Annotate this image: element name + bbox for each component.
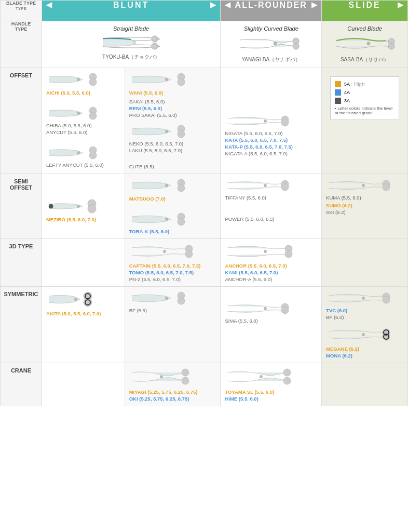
svg-point-70 <box>182 369 189 376</box>
captain-scissor <box>129 243 197 260</box>
nigata-name: NIGATA (5.5, 6.0, 6.5, 7.0) <box>225 130 317 136</box>
slide-header: SLIDE <box>322 1 408 21</box>
svg-point-16 <box>77 112 79 115</box>
beni-name: BENI (5.5, 6.0) <box>129 105 216 111</box>
miyagi-name: MIYAGI (5.25, 5.75, 6.25, 6.75) <box>129 389 216 395</box>
megane-scissor <box>326 326 393 343</box>
svg-point-32 <box>77 205 79 208</box>
svg-point-21 <box>178 78 185 86</box>
svg-point-28 <box>264 120 267 123</box>
anycut-name: ANYCUT (5.5, 6.0) <box>46 129 120 135</box>
chiba-scissor <box>46 106 108 121</box>
svg-point-44 <box>362 184 365 187</box>
anchor-name: ANCHOR (5.5, 6.0, 6.5, 7.0) <box>225 263 317 269</box>
semi-offset-slide-col: KUMA (5.5, 6.0) SUMO (6.2) SKI (6.2) <box>322 174 408 239</box>
svg-point-35 <box>165 184 168 187</box>
svg-point-22 <box>165 78 168 81</box>
3dtype-blunt-col1 <box>42 239 125 287</box>
svg-point-72 <box>160 376 162 378</box>
svg-point-46 <box>185 250 193 258</box>
oki-name: OKI (5.25, 5.75, 6.25, 6.75) <box>129 396 216 402</box>
svg-point-10 <box>367 42 370 45</box>
svg-point-30 <box>88 205 96 213</box>
3dtype-slide-col <box>322 239 408 287</box>
crane-blunt-col1 <box>42 363 125 406</box>
mona-name: MONA (6.2) <box>326 353 403 358</box>
svg-point-40 <box>281 183 289 191</box>
svg-point-63 <box>383 296 390 303</box>
semi-offset-section-label: SEMIOFFSET <box>1 174 42 239</box>
svg-point-18 <box>89 152 97 159</box>
legend-note: • Letter colors indicate the level of th… <box>335 106 395 115</box>
legend-5a-dot <box>335 81 341 87</box>
svg-point-64 <box>362 297 365 300</box>
3dtype-section-label: 3D TYPE <box>1 239 42 287</box>
offset-slide-col: 5A ↑ High 4A 3A • Letter colors indicate… <box>322 68 408 174</box>
blunt-handle-cell: Straight Blade TYOKU-BA（チョクバ） <box>42 21 221 68</box>
slide-blade-name: Curved Blade <box>326 25 403 32</box>
legend-3a-label: 3A <box>344 98 350 103</box>
tvc-scissor <box>326 291 393 305</box>
captain-name: CAPTAIN (5.5, 6.0, 6.5, 7.0, 7.5) <box>129 263 216 269</box>
symmetric-blunt-col1: AKITA (5.0, 5.5, 6.0, 7.0) <box>42 287 125 363</box>
sima-scissor <box>225 301 297 316</box>
aichi-scissor <box>46 72 108 87</box>
svg-point-7 <box>274 42 277 45</box>
svg-point-60 <box>281 307 289 314</box>
slide-handle-cell: Curved Blade SASA-BA（ササバ） <box>322 21 408 68</box>
svg-point-2 <box>152 36 158 42</box>
akita-scissor <box>46 291 103 308</box>
katap-name: KATA-P (5.5, 6.0, 6.5, 7.0, 7.5) <box>225 144 317 150</box>
svg-point-75 <box>260 376 263 378</box>
semi-offset-allrounder-col: TIFFANY (5.5, 6.0) POWER (5.5, 6.0, 6.5) <box>221 174 322 239</box>
power-name: POWER (5.5, 6.0, 6.5) <box>225 216 317 222</box>
lefty-scissor <box>46 145 108 160</box>
svg-point-9 <box>388 43 395 49</box>
handle-type-label: HANDLE TYPE <box>1 21 42 68</box>
svg-point-13 <box>77 78 79 81</box>
legend-4a-dot <box>335 89 341 96</box>
allrounder-blade-jp: YANAGI-BA（ヤナギバ） <box>225 56 317 63</box>
cute-name: CUTE (5.5) <box>129 164 216 169</box>
akita-name: AKITA (5.0, 5.5, 6.0, 7.0) <box>46 311 120 316</box>
svg-point-69 <box>362 334 365 336</box>
allrounder-blade-image <box>235 35 307 53</box>
svg-point-37 <box>178 218 185 225</box>
blunt-blade-image <box>98 35 165 50</box>
matsuoo-name: MATSUOO (7.0) <box>129 196 216 202</box>
3dtype-allrounder-col: ANCHOR (5.5, 6.0, 6.5, 7.0) KAMI (5.5, 6… <box>221 239 322 287</box>
slide-blade-image <box>331 35 399 53</box>
wani-scissor <box>129 72 197 87</box>
tiffany-name: TIFFANY (5.5, 6.0) <box>225 195 317 201</box>
allrounder-handle-cell: Slightly Curved Blade YANAGI-BA（ヤナギバ） <box>221 21 322 68</box>
neko-name: NEKO (5.5, 6.0, 6.5, 7.0) <box>129 141 216 147</box>
aichi-name: AICHI (5.0, 5.5, 6.0) <box>46 90 120 96</box>
nigata-scissor <box>225 114 297 128</box>
offset-blunt-col2: WANI (5.5, 6.0) SAKAI (5.5, 6.0) BENI (5… <box>125 68 221 174</box>
kuma-scissor <box>326 178 393 193</box>
svg-point-34 <box>178 184 185 192</box>
legend-5a-label: 5A <box>344 82 350 87</box>
crane-slide-col <box>322 363 408 406</box>
miyagi-scissor <box>129 367 197 386</box>
tiffany-scissor <box>225 178 297 193</box>
offset-section-label: OFFSET <box>1 68 42 174</box>
leftyanycut-name: LEFTY ANYCUT (5.5, 6.0) <box>46 162 120 168</box>
tvc-name: TVC (6.0) <box>326 308 403 313</box>
allrounder-header: ALL-ROUNDER <box>221 1 322 21</box>
allrounder-blade-name: Slightly Curved Blade <box>225 25 317 32</box>
svg-point-41 <box>264 184 267 187</box>
svg-point-71 <box>182 377 189 384</box>
sakai-name: SAKAI (5.5, 6.0) <box>129 99 216 104</box>
svg-point-43 <box>383 183 390 191</box>
svg-point-49 <box>285 250 292 258</box>
meziro-name: MEZIRO (5.5, 6.0, 7.0) <box>46 217 120 222</box>
svg-point-12 <box>89 78 97 86</box>
ski-name: SKI (6.2) <box>326 209 403 215</box>
blade-type-label: BLADE TYPE TYPE <box>1 1 42 21</box>
torak-name: TORA-K (5.5, 6.0) <box>129 229 216 234</box>
svg-point-47 <box>163 250 166 253</box>
legend-3a-dot <box>335 98 341 104</box>
matsuoo-scissor <box>129 178 197 193</box>
laku-name: LAKU (5.5, 8.0, 6.5, 7.0) <box>129 148 216 153</box>
